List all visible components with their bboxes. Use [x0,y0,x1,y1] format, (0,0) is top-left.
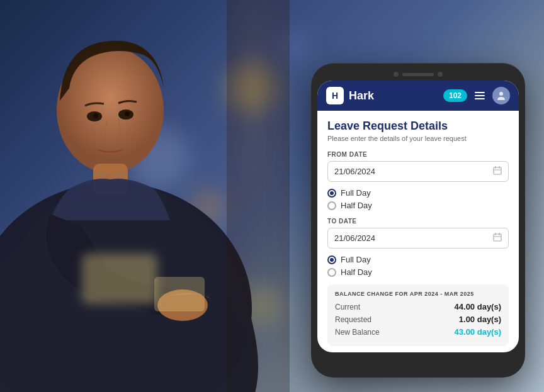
svg-rect-14 [494,167,501,174]
form-title: Leave Request Details [327,120,509,133]
to-half-day-radio[interactable] [327,268,336,277]
balance-new-label: New Balance [335,328,380,337]
balance-new-row: New Balance 43.00 day(s) [335,327,501,337]
app-header: H Hark 102 [317,81,519,111]
from-half-day-label: Half Day [341,201,372,210]
to-date-input[interactable]: 21/06/2024 [327,228,509,249]
menu-icon[interactable] [472,88,487,103]
svg-point-13 [499,92,503,96]
from-half-day-option[interactable]: Half Day [327,201,509,210]
svg-rect-10 [475,92,485,93]
from-date-calendar-icon [493,166,502,177]
to-full-day-label: Full Day [341,255,371,264]
svg-rect-8 [154,277,205,311]
person-svg [0,0,290,392]
from-date-label: FROM DATE [327,151,509,158]
balance-requested-value: 1.00 day(s) [459,315,501,324]
svg-point-7 [125,111,130,116]
svg-rect-18 [494,234,501,241]
user-avatar[interactable] [492,87,510,104]
from-date-value: 21/06/2024 [334,167,375,176]
phone-speaker [402,73,434,76]
balance-box: BALANCE CHANGE FOR APR 2024 - MAR 2025 C… [327,284,509,346]
notification-badge[interactable]: 102 [443,89,467,102]
from-full-day-label: Full Day [341,188,371,198]
app-logo: H [326,87,344,104]
balance-current-row: Current 44.00 day(s) [335,302,501,311]
form-content: Leave Request Details Please enter the d… [317,111,519,352]
from-day-type-group: Full Day Half Day [327,188,509,210]
to-full-day-option[interactable]: Full Day [327,255,509,264]
from-full-day-radio[interactable] [327,189,336,198]
phone-camera-left [394,72,399,77]
phone-screen: H Hark 102 Leave Request Details Please … [317,81,519,352]
to-half-day-label: Half Day [341,267,372,277]
balance-requested-label: Requested [335,315,371,324]
balance-new-value: 43.00 day(s) [455,327,501,337]
balance-current-label: Current [335,303,360,311]
app-title: Hark [349,89,438,103]
svg-rect-11 [475,95,485,96]
person-silhouette [0,0,290,392]
from-full-day-option[interactable]: Full Day [327,188,509,198]
to-date-value: 21/06/2024 [334,233,375,243]
phone-notch [317,72,519,77]
to-half-day-option[interactable]: Half Day [327,267,509,277]
svg-point-5 [93,113,98,118]
balance-current-value: 44.00 day(s) [455,302,501,311]
to-day-type-group: Full Day Half Day [327,255,509,277]
from-half-day-radio[interactable] [327,201,336,210]
to-date-label: TO DATE [327,218,509,225]
to-date-calendar-icon [493,233,502,244]
balance-requested-row: Requested 1.00 day(s) [335,315,501,324]
from-date-input[interactable]: 21/06/2024 [327,161,509,182]
phone-device: H Hark 102 Leave Request Details Please … [311,63,525,378]
to-full-day-radio[interactable] [327,255,336,264]
logo-letter: H [332,91,338,101]
svg-rect-12 [475,98,485,99]
svg-rect-9 [227,0,290,392]
phone-device-wrapper: H Hark 102 Leave Request Details Please … [311,63,525,378]
phone-camera-right [438,72,443,77]
phone-glow [82,254,157,304]
balance-header: BALANCE CHANGE FOR APR 2024 - MAR 2025 [335,291,501,297]
form-subtitle: Please enter the details of your leave r… [327,135,509,142]
